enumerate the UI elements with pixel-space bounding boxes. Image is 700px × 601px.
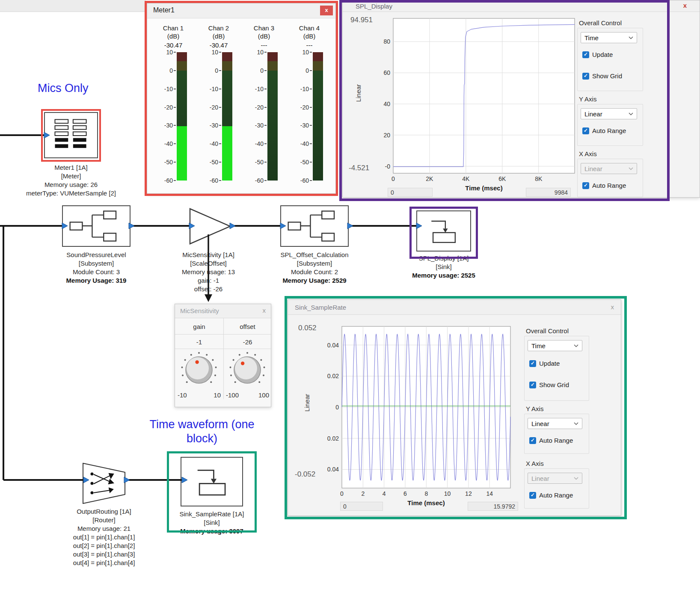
channel-value: ---	[287, 41, 332, 49]
channel-value: -30.47	[151, 41, 196, 49]
meter1-window: Meter1 x Chan 1 (dB) -30.47 100-10-20-30…	[147, 3, 336, 194]
caption-line: Memory Usage: 319	[45, 276, 148, 285]
sink-scope-plot[interactable]: 024681012140.040.0200.020.04Time (msec)	[316, 324, 547, 512]
svg-text:10: 10	[444, 490, 451, 497]
micsensitivity-titlebar[interactable]: MicSensitivity x	[175, 304, 271, 318]
caption-line: out[4] = pin[1].chan[4]	[53, 559, 155, 567]
caption-line: Module Count: 2	[263, 268, 366, 276]
gain-range: -10 10	[178, 391, 221, 399]
svg-text:0.02: 0.02	[327, 373, 339, 379]
spl-display-titlebar[interactable]: SPL_Display x	[343, 0, 700, 12]
caption-line: Memory Usage: 2529	[263, 276, 366, 285]
chevron-down-icon	[629, 167, 633, 170]
svg-text:2K: 2K	[426, 175, 433, 182]
sink-icon	[417, 211, 470, 251]
meter-bar	[177, 52, 187, 181]
svg-text:6K: 6K	[498, 175, 506, 182]
param-value-gain: -1	[175, 338, 223, 346]
caption-line: Memory usage: 21	[53, 524, 155, 533]
param-label-gain: gain	[175, 323, 223, 330]
block-soundpressurelevel[interactable]	[62, 205, 131, 247]
caption-outputrouting: OutputRouting [1A] [Router] Memory usage…	[53, 507, 155, 567]
close-icon[interactable]: x	[263, 307, 266, 314]
y-axis-title: Linear	[355, 76, 362, 110]
caption-line: [ScaleOffset]	[157, 259, 260, 268]
svg-text:12: 12	[465, 490, 472, 497]
channel-name: Chan 2	[196, 24, 241, 32]
svg-text:8: 8	[424, 490, 428, 497]
meter-scale: 100-10-20-30-40-50-60	[250, 52, 267, 181]
offset-knob[interactable]	[228, 350, 267, 390]
y-axis-title: Linear	[303, 386, 311, 420]
svg-text:60: 60	[383, 69, 390, 76]
range-min: -100	[226, 391, 239, 399]
meter-scale: 100-10-20-30-40-50-60	[296, 52, 313, 181]
channel-unit: (dB)	[196, 32, 241, 40]
y-range-min: -0.052	[295, 470, 315, 479]
caption-line: Sink_SampleRate [1A]	[160, 510, 263, 518]
caption-meter1: Meter1 [1A] [Meter] Memory usage: 26 met…	[15, 163, 127, 198]
meter-scale: 100-10-20-30-40-50-60	[205, 52, 222, 181]
close-icon[interactable]: x	[611, 303, 614, 311]
close-icon[interactable]: x	[683, 2, 687, 9]
gain-knob[interactable]	[179, 350, 219, 390]
caption-line: SoundPressureLevel	[45, 251, 148, 259]
subsystem-icon	[281, 206, 348, 246]
caption-line: Memory usage: 2525	[392, 271, 495, 280]
block-micsensitivity[interactable]	[189, 208, 231, 245]
scaleoffset-triangle-icon	[190, 209, 230, 244]
window-title: Meter1	[153, 6, 175, 14]
svg-text:0: 0	[340, 490, 344, 497]
note-mics-only: Mics Only	[38, 81, 89, 95]
block-spl-display[interactable]	[416, 210, 471, 252]
caption-line: [Sink]	[160, 518, 263, 527]
svg-text:0: 0	[392, 175, 395, 182]
meter1-window-titlebar[interactable]: Meter1 x	[147, 3, 335, 18]
svg-text:20: 20	[383, 132, 390, 139]
caption-line: SPL_Offset_Calculation	[263, 251, 366, 259]
chevron-down-icon	[629, 113, 633, 115]
channel-value: -30.47	[196, 41, 241, 49]
svg-text:0.02: 0.02	[327, 435, 339, 442]
caption-spl-display: SPL_Display [1A] [Sink] Memory usage: 25…	[392, 254, 495, 280]
caption-line: out[2] = pin[1].chan[2]	[53, 542, 155, 550]
caption-micsensitivity: MicSensitivity [1A] [ScaleOffset] Memory…	[157, 251, 260, 293]
block-outputrouting[interactable]	[83, 463, 125, 504]
vu-meter-icon	[45, 113, 97, 157]
channel-name: Chan 1	[151, 24, 196, 32]
note-line: block)	[133, 432, 270, 446]
block-sink-samplerate[interactable]	[181, 457, 243, 506]
svg-text:8K: 8K	[535, 175, 543, 182]
caption-line: Memory usage: 26	[15, 181, 127, 189]
window-title: Sink_SampleRate	[295, 304, 346, 311]
subsystem-icon	[63, 206, 130, 246]
caption-line: MicSensitivity [1A]	[157, 251, 260, 259]
range-max: 100	[258, 391, 269, 399]
meter-channel-3: Chan 3 (dB) --- 100-10-20-30-40-50-60	[241, 24, 287, 181]
chevron-down-icon	[574, 344, 578, 347]
spl-scope-plot[interactable]: 02K4K6K8K80604020-0Time (msec)	[368, 16, 608, 192]
range-max: 10	[214, 391, 221, 399]
channel-name: Chan 4	[287, 24, 332, 32]
caption-line: [Subsystem]	[263, 259, 366, 268]
caption-line: OutputRouting [1A]	[53, 507, 155, 516]
canvas-top-strip	[0, 0, 146, 12]
param-value-offset: -26	[223, 338, 272, 346]
caption-line: SPL_Display [1A]	[392, 254, 495, 263]
block-meter1[interactable]	[44, 112, 98, 158]
caption-line: offset: -26	[157, 285, 260, 293]
svg-text:40: 40	[383, 101, 390, 107]
meter-channel-4: Chan 4 (dB) --- 100-10-20-30-40-50-60	[287, 24, 332, 181]
svg-text:80: 80	[383, 38, 390, 45]
param-label-offset: offset	[223, 323, 272, 330]
y-range-min: -4.521	[349, 164, 369, 172]
sink-samplerate-titlebar[interactable]: Sink_SampleRate x	[288, 300, 621, 315]
caption-line: out[3] = pin[1].chan[3]	[53, 550, 155, 559]
block-spl-offset-calculation[interactable]	[280, 205, 349, 247]
window-title: MicSensitivity	[180, 307, 219, 314]
note-time-waveform: Time waveform (one block)	[133, 417, 270, 446]
caption-line: Module Count: 3	[45, 268, 148, 276]
caption-line: [Subsystem]	[45, 259, 148, 268]
close-button[interactable]: x	[320, 6, 333, 15]
caption-line: [Sink]	[392, 263, 495, 271]
